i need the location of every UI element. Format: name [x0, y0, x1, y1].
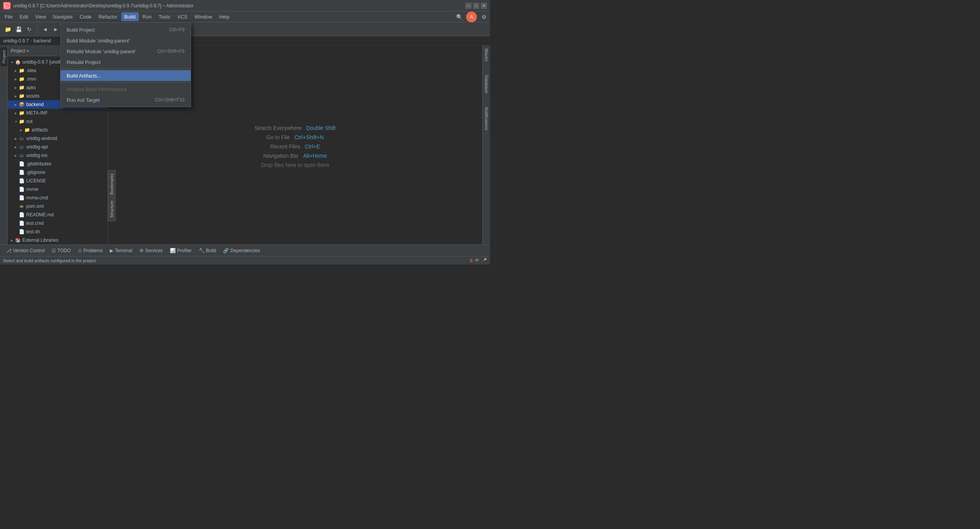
- search-everywhere-btn[interactable]: 🔍: [455, 12, 464, 22]
- tree-label-readme: README.md: [26, 212, 54, 217]
- services-tab[interactable]: ⚙ Services: [136, 246, 166, 255]
- tree-item-out[interactable]: ▾ 📁 out: [8, 117, 107, 126]
- status-mic-icon[interactable]: 🎤: [482, 258, 487, 263]
- hint-go-to-file: Go to File Ctrl+Shift+N: [255, 134, 336, 140]
- menu-run[interactable]: Run: [139, 12, 155, 21]
- menu-code[interactable]: Code: [77, 12, 95, 21]
- menu-window[interactable]: Window: [191, 12, 215, 21]
- tree-item-artifacts[interactable]: ► 📁 artifacts: [8, 126, 107, 134]
- minimize-button[interactable]: ─: [465, 3, 472, 9]
- tree-item-test-sh[interactable]: ► 📄 test.sh: [8, 227, 107, 236]
- bookmarks-tab[interactable]: Bookmarks: [108, 170, 116, 198]
- menu-build-artifacts[interactable]: Build Artifacts...: [60, 70, 191, 81]
- tree-label-unidbg-api: unidbg-api: [26, 144, 48, 150]
- tree-item-meta-inf[interactable]: ► 📁 META-INF: [8, 109, 107, 117]
- terminal-tab[interactable]: ▶ Terminal: [107, 246, 135, 255]
- menu-view[interactable]: View: [32, 12, 49, 21]
- ext-libs-icon: 📚: [15, 237, 21, 243]
- menu-tools[interactable]: Tools: [156, 12, 173, 21]
- breadcrumb-folder[interactable]: backend: [34, 38, 51, 44]
- status-bar-right: S 中 🎤: [470, 258, 487, 263]
- window-title: unidbg-0.9.7 [C:\Users\Administrator\Des…: [13, 3, 193, 8]
- tree-item-unidbg-api[interactable]: ► 🗂 unidbg-api: [8, 143, 107, 151]
- build-tab[interactable]: 🔨 Build: [196, 246, 220, 255]
- tree-item-gitignore[interactable]: ► 📄 .gitignore: [8, 168, 107, 177]
- user-avatar[interactable]: A: [466, 12, 477, 22]
- menu-run-ant[interactable]: Run Ant Target Ctrl+Shift+F10: [60, 94, 191, 105]
- version-control-tab[interactable]: ⎇ Version Control: [3, 246, 48, 255]
- sync-btn[interactable]: ↻: [25, 25, 34, 34]
- settings-btn[interactable]: ⚙: [479, 12, 488, 22]
- status-bar: Select and build artifacts configured in…: [0, 256, 490, 264]
- close-button[interactable]: ✕: [481, 3, 487, 9]
- structure-tab[interactable]: Structure: [108, 197, 116, 221]
- menu-edit[interactable]: Edit: [17, 12, 31, 21]
- expand-arrow-out: ▾: [13, 120, 18, 124]
- folder-icon-apks: 📁: [18, 84, 25, 91]
- menu-file[interactable]: File: [2, 12, 16, 21]
- tree-label-gitattributes: .gitattributes: [26, 161, 51, 167]
- menu-build-module[interactable]: Build Module 'unidbg-parent': [60, 35, 191, 46]
- back-btn[interactable]: ◄: [40, 25, 50, 34]
- maven-tab[interactable]: Maven: [483, 45, 490, 64]
- tree-item-pom-xml[interactable]: ► m pom.xml: [8, 202, 107, 211]
- version-control-icon: ⎇: [6, 248, 12, 253]
- tree-item-readme[interactable]: ► 📄 README.md: [8, 211, 107, 219]
- breadcrumb-project[interactable]: unidbg-0.9.7: [3, 38, 29, 44]
- tree-item-ext-libs[interactable]: ► 📚 External Libraries: [8, 236, 107, 244]
- profiler-tab[interactable]: 📊 Profiler: [167, 246, 195, 255]
- expand-arrow-apks: ►: [13, 86, 18, 90]
- tree-item-test-cmd[interactable]: ► 📄 test.cmd: [8, 219, 107, 227]
- folder-icon-artifacts: 📁: [24, 127, 30, 133]
- tree-item-unidbg-android[interactable]: ► 🗂 unidbg-android: [8, 134, 107, 143]
- forward-btn[interactable]: ►: [51, 25, 60, 34]
- menu-rebuild-module[interactable]: Rebuild Module 'unidbg-parent' Ctrl+Shif…: [60, 46, 191, 57]
- problems-label: Problems: [84, 248, 103, 253]
- todo-tab[interactable]: ☑ TODO: [49, 246, 74, 255]
- window-controls: ─ □ ✕: [465, 3, 487, 9]
- menu-rebuild-project[interactable]: Rebuild Project: [60, 57, 191, 67]
- right-sidebar: Maven Database Notifications: [482, 45, 490, 244]
- project-dropdown-icon[interactable]: ▾: [27, 48, 29, 54]
- analyze-build-label: Analyze Build Performance: [67, 86, 127, 92]
- status-sogou-icon[interactable]: S: [470, 258, 473, 263]
- maximize-button[interactable]: □: [473, 3, 479, 9]
- module-icon-unidbg-api: 🗂: [18, 144, 25, 150]
- menu-build[interactable]: Build: [121, 12, 139, 21]
- tree-item-mvnw[interactable]: ► 📄 mvnw: [8, 185, 107, 194]
- dependencies-tab[interactable]: 🔗 Dependencies: [220, 246, 263, 255]
- menu-help[interactable]: Help: [216, 12, 233, 21]
- expand-arrow-backend: ►: [13, 103, 18, 107]
- menu-bar: File Edit View Navigate Code Refactor Bu…: [0, 12, 490, 22]
- menu-vcs[interactable]: VCS: [174, 12, 191, 21]
- project-tab[interactable]: Project: [0, 47, 7, 66]
- notifications-tab[interactable]: Notifications: [483, 104, 490, 133]
- file-icon-mvnw: 📄: [18, 186, 25, 192]
- hint-search-everywhere: Search Everywhere Double Shift: [255, 125, 336, 131]
- tree-item-unidbg-ios[interactable]: ► 🗂 unidbg-ios: [8, 151, 107, 160]
- build-artifacts-label: Build Artifacts...: [67, 73, 101, 79]
- expand-arrow-assets: ►: [13, 94, 18, 98]
- todo-icon: ☑: [52, 248, 56, 253]
- menu-refactor[interactable]: Refactor: [96, 12, 121, 21]
- menu-build-project[interactable]: Build Project Ctrl+F9: [60, 24, 191, 35]
- database-tab[interactable]: Database: [483, 72, 490, 96]
- menu-sep-1: [60, 69, 191, 69]
- tree-item-mvnw-cmd[interactable]: ► 📄 mvnw.cmd: [8, 194, 107, 202]
- tree-item-license[interactable]: ► 📄 LICENSE: [8, 177, 107, 185]
- problems-tab[interactable]: ⚠ Problems: [75, 246, 106, 255]
- xml-icon-pom: m: [18, 203, 25, 209]
- rebuild-project-label: Rebuild Project: [67, 59, 101, 65]
- status-chinese-icon[interactable]: 中: [475, 258, 479, 263]
- hint-navigation-bar: Navigation Bar Alt+Home: [255, 153, 336, 159]
- menu-navigate[interactable]: Navigate: [50, 12, 76, 21]
- profiler-icon: 📊: [170, 248, 176, 253]
- expand-arrow-unidbg-android: ►: [13, 136, 18, 141]
- open-project-btn[interactable]: 📁: [3, 25, 12, 34]
- tree-item-gitattributes[interactable]: ► 📄 .gitattributes: [8, 160, 107, 168]
- tree-label-out: out: [26, 119, 33, 124]
- tree-label-apks: apks: [26, 85, 36, 90]
- dependencies-label: Dependencies: [230, 248, 260, 253]
- save-btn[interactable]: 💾: [14, 25, 23, 34]
- run-ant-shortcut: Ctrl+Shift+F10: [155, 97, 185, 103]
